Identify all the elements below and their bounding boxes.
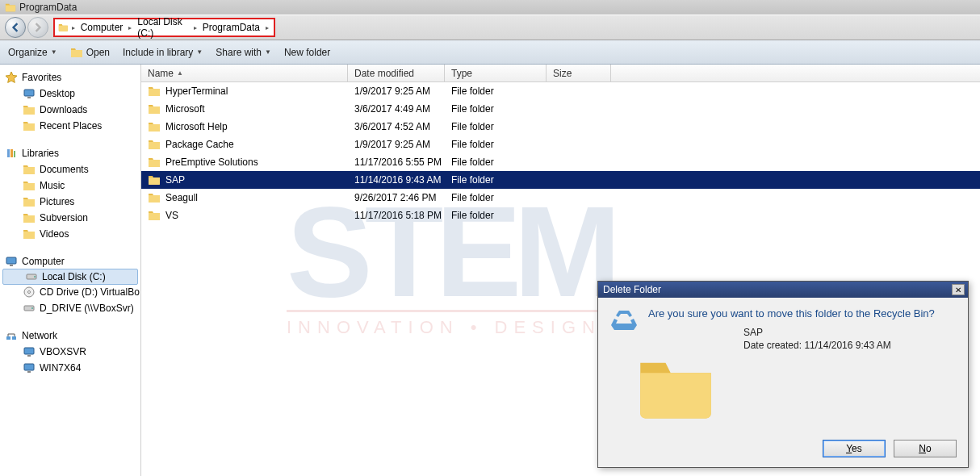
folder-icon [148, 85, 161, 98]
cd-icon [23, 286, 36, 299]
file-date: 3/6/2017 4:49 AM [348, 103, 445, 115]
file-name: VS [165, 210, 178, 221]
sidebar-libraries[interactable]: Libraries [0, 145, 140, 161]
sidebar-item-cd-drive[interactable]: CD Drive (D:) VirtualBo [0, 284, 140, 300]
drive-icon [25, 270, 38, 283]
sidebar-item-documents[interactable]: Documents [0, 161, 140, 177]
include-library-menu[interactable]: Include in library▼ [123, 47, 203, 58]
file-type: File folder [445, 139, 547, 150]
file-type: File folder [445, 210, 547, 221]
dialog-titlebar[interactable]: Delete Folder ✕ [598, 282, 968, 298]
breadcrumb-computer[interactable]: Computer [78, 22, 126, 33]
file-date: 11/17/2016 5:18 PM [348, 210, 445, 221]
file-date: 9/26/2017 2:46 PM [348, 192, 445, 203]
computer-icon [23, 345, 36, 358]
window-title: ProgramData [19, 2, 77, 13]
sidebar-item-win7x64[interactable]: WIN7X64 [0, 360, 140, 376]
folder-open-icon [70, 46, 83, 59]
yes-button[interactable]: Yes [823, 440, 886, 457]
file-row[interactable]: PreEmptive Solutions11/17/2016 5:55 PMFi… [141, 153, 980, 171]
command-toolbar: Organize▼ Open Include in library▼ Share… [0, 40, 980, 65]
chevron-right-icon[interactable]: ▸ [70, 24, 77, 31]
recycle-bin-icon [611, 307, 637, 333]
column-headers: Name▲ Date modified Type Size [141, 65, 980, 82]
sidebar-network[interactable]: Network [0, 328, 140, 344]
column-date[interactable]: Date modified [348, 65, 445, 81]
file-name: Microsoft [165, 103, 205, 115]
file-name: Seagull [165, 192, 198, 203]
navigation-bar: ▸ Computer ▸ Local Disk (C:) ▸ ProgramDa… [0, 15, 980, 40]
sidebar-item-local-disk[interactable]: Local Disk (C:) [2, 269, 138, 285]
open-button[interactable]: Open [70, 46, 110, 59]
address-bar[interactable]: ▸ Computer ▸ Local Disk (C:) ▸ ProgramDa… [53, 18, 275, 37]
folder-large-icon [635, 348, 716, 428]
file-row[interactable]: VS11/17/2016 5:18 PMFile folder [141, 207, 980, 224]
sidebar-item-downloads[interactable]: Downloads [0, 102, 140, 118]
folder-icon [23, 163, 36, 176]
dialog-item-date: Date created: 11/14/2016 9:43 AM [743, 340, 891, 351]
chevron-right-icon[interactable]: ▸ [127, 24, 133, 31]
file-row[interactable]: SAP11/14/2016 9:43 AMFile folder [141, 171, 980, 189]
column-type[interactable]: Type [445, 65, 547, 81]
sidebar-item-vboxsvr[interactable]: VBOXSVR [0, 344, 140, 360]
dialog-title: Delete Folder [603, 284, 661, 295]
file-name: HyperTerminal [165, 86, 228, 97]
breadcrumb-drive[interactable]: Local Disk (C:) [135, 16, 190, 39]
file-row[interactable]: Seagull9/26/2017 2:46 PMFile folder [141, 189, 980, 207]
libraries-icon [5, 147, 18, 160]
folder-icon [148, 120, 161, 133]
computer-icon [5, 255, 18, 268]
window-titlebar: ProgramData [0, 0, 980, 15]
sidebar-item-music[interactable]: Music [0, 177, 140, 194]
no-button[interactable]: No [894, 440, 957, 457]
forward-button[interactable] [27, 17, 48, 38]
column-name[interactable]: Name▲ [141, 65, 348, 81]
file-row[interactable]: Microsoft3/6/2017 4:49 AMFile folder [141, 100, 980, 118]
breadcrumb-folder[interactable]: ProgramData [200, 22, 262, 33]
file-row[interactable]: HyperTerminal1/9/2017 9:25 AMFile folder [141, 82, 980, 100]
file-date: 1/9/2017 9:25 AM [348, 86, 445, 97]
file-type: File folder [445, 103, 547, 115]
dialog-question: Are you sure you want to move this folde… [648, 307, 935, 319]
folder-icon [148, 138, 161, 151]
dialog-close-button[interactable]: ✕ [952, 284, 965, 295]
file-name: Microsoft Help [165, 121, 228, 132]
chevron-right-icon[interactable]: ▸ [264, 24, 270, 31]
chevron-right-icon[interactable]: ▸ [192, 24, 199, 31]
folder-icon [148, 209, 161, 222]
new-folder-button[interactable]: New folder [284, 47, 330, 58]
file-date: 11/14/2016 9:43 AM [348, 174, 445, 186]
file-name: PreEmptive Solutions [165, 157, 258, 168]
desktop-icon [23, 87, 36, 100]
file-type: File folder [445, 192, 547, 203]
file-row[interactable]: Package Cache1/9/2017 9:25 AMFile folder [141, 136, 980, 153]
folder-icon [5, 2, 16, 13]
file-name: Package Cache [165, 139, 234, 150]
back-button[interactable] [5, 17, 26, 38]
file-type: File folder [445, 157, 547, 168]
sidebar-item-recent[interactable]: Recent Places [0, 118, 140, 134]
folder-icon [58, 21, 69, 34]
organize-menu[interactable]: Organize▼ [8, 47, 57, 58]
column-size[interactable]: Size [547, 65, 611, 81]
file-row[interactable]: Microsoft Help3/6/2017 4:52 AMFile folde… [141, 118, 980, 136]
sidebar-favorites[interactable]: Favorites [0, 69, 140, 86]
navigation-pane: Favorites Desktop Downloads Recent Place… [0, 65, 141, 476]
folder-icon [23, 119, 36, 132]
file-name: SAP [165, 174, 185, 186]
sidebar-item-network-drive[interactable]: D_DRIVE (\\VBoxSvr) [0, 300, 140, 316]
sidebar-computer[interactable]: Computer [0, 253, 140, 269]
sidebar-item-videos[interactable]: Videos [0, 226, 140, 242]
sidebar-item-pictures[interactable]: Pictures [0, 194, 140, 210]
folder-icon [148, 191, 161, 204]
sidebar-item-desktop[interactable]: Desktop [0, 86, 140, 102]
share-with-menu[interactable]: Share with▼ [216, 47, 271, 58]
network-icon [5, 329, 18, 342]
file-date: 3/6/2017 4:52 AM [348, 121, 445, 132]
file-type: File folder [445, 121, 547, 132]
dialog-item-name: SAP [743, 327, 891, 338]
file-type: File folder [445, 174, 547, 186]
folder-icon [148, 156, 161, 169]
sidebar-item-subversion[interactable]: Subversion [0, 210, 140, 226]
folder-icon [148, 102, 161, 115]
